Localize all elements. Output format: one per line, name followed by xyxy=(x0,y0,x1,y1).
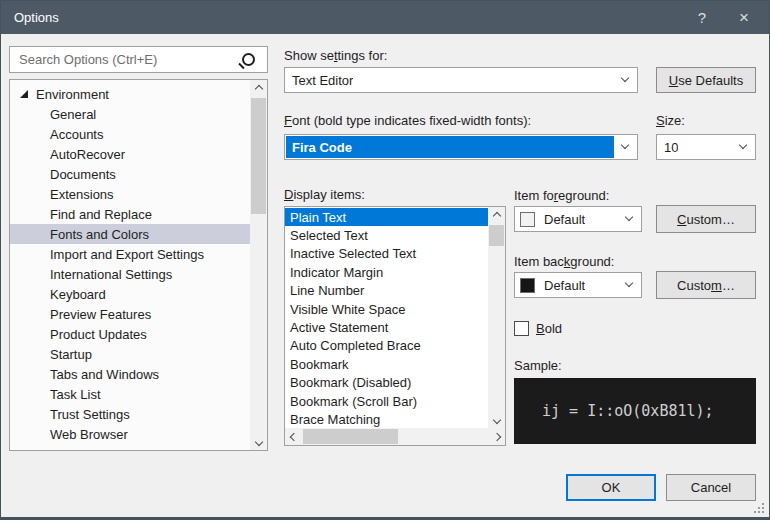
tree-item-label: Task List xyxy=(50,387,101,402)
scroll-up-button[interactable] xyxy=(488,207,505,224)
scroll-up-button[interactable] xyxy=(250,80,267,97)
tree-item-environment[interactable]: Environment xyxy=(10,84,250,104)
list-horizontal-scrollbar[interactable] xyxy=(285,428,505,445)
tree-item-keyboard[interactable]: Keyboard xyxy=(10,284,250,304)
tree-item-fonts-and-colors[interactable]: Fonts and Colors xyxy=(10,224,250,244)
display-item-active-statement[interactable]: Active Statement xyxy=(285,318,488,336)
tree-item-label: Preview Features xyxy=(50,307,151,322)
bold-checkbox-row: Bold xyxy=(514,321,562,336)
chevron-down-icon xyxy=(621,74,629,82)
tree-item-label: Import and Export Settings xyxy=(50,247,204,262)
tree-item-preview-features[interactable]: Preview Features xyxy=(10,304,250,324)
tree-item-documents[interactable]: Documents xyxy=(10,164,250,184)
list-vertical-scrollbar[interactable] xyxy=(488,207,505,428)
tree-item-product-updates[interactable]: Product Updates xyxy=(10,324,250,344)
chevron-down-icon xyxy=(621,141,629,149)
chevron-down-icon xyxy=(625,213,633,221)
tree-vertical-scrollbar[interactable] xyxy=(250,80,267,450)
chevron-down-icon xyxy=(739,141,747,149)
search-icon xyxy=(242,53,255,66)
item-foreground-value: Default xyxy=(544,212,585,227)
close-icon: × xyxy=(739,8,749,28)
tree-item-tabs-and-windows[interactable]: Tabs and Windows xyxy=(10,364,250,384)
tree-item-label: Extensions xyxy=(50,187,114,202)
scroll-right-button[interactable] xyxy=(488,428,505,445)
show-settings-for-combo[interactable]: Text Editor xyxy=(284,67,638,93)
scroll-down-button[interactable] xyxy=(250,433,267,450)
search-input[interactable] xyxy=(17,51,242,68)
display-item-indicator-margin[interactable]: Indicator Margin xyxy=(285,263,488,281)
tree-item-projects-and-solutions[interactable]: Projects and Solutions xyxy=(10,444,250,451)
display-item-inactive-selected-text[interactable]: Inactive Selected Text xyxy=(285,245,488,263)
custom-background-button[interactable]: Custom… xyxy=(656,271,756,299)
font-combo[interactable]: Fira Code xyxy=(284,134,638,160)
background-color-swatch xyxy=(520,278,535,293)
tree-item-international-settings[interactable]: International Settings xyxy=(10,264,250,284)
scrollbar-thumb[interactable] xyxy=(489,225,504,246)
tree-item-label: Trust Settings xyxy=(50,407,130,422)
font-size-value: 10 xyxy=(664,140,678,155)
chevron-right-icon xyxy=(492,432,500,440)
title-bar: Options ? × xyxy=(1,1,769,34)
item-foreground-label: Item foreground: xyxy=(514,188,609,203)
display-item-bookmark[interactable]: Bookmark xyxy=(285,355,488,373)
display-item-plain-text[interactable]: Plain Text xyxy=(285,208,488,226)
tree-item-label: Accounts xyxy=(50,127,103,142)
tree-item-task-list[interactable]: Task List xyxy=(10,384,250,404)
window-title: Options xyxy=(14,10,59,25)
use-defaults-label: Use Defaults xyxy=(669,73,743,88)
item-background-label: Item background: xyxy=(514,254,614,269)
font-value: Fira Code xyxy=(286,136,614,158)
tree-item-label: International Settings xyxy=(50,267,172,282)
tree-item-find-and-replace[interactable]: Find and Replace xyxy=(10,204,250,224)
scroll-left-button[interactable] xyxy=(285,428,302,445)
tree-item-label: General xyxy=(50,107,96,122)
custom-foreground-button[interactable]: Custom… xyxy=(656,205,756,233)
display-item-bookmark-disabled[interactable]: Bookmark (Disabled) xyxy=(285,374,488,392)
scrollbar-thumb[interactable] xyxy=(303,429,398,444)
options-dialog: Options ? × EnvironmentGeneralAccountsAu… xyxy=(0,0,770,520)
display-item-visible-white-space[interactable]: Visible White Space xyxy=(285,300,488,318)
display-item-auto-completed-brace[interactable]: Auto Completed Brace xyxy=(285,337,488,355)
sample-preview: ij = I::oO(0xB81l); xyxy=(514,378,756,444)
custom-background-label: Custom… xyxy=(677,278,735,293)
item-background-combo[interactable]: Default xyxy=(514,272,642,298)
search-box xyxy=(9,46,268,73)
display-items-label: Display items: xyxy=(284,187,365,202)
display-item-brace-matching[interactable]: Brace Matching xyxy=(285,410,488,428)
chevron-down-icon xyxy=(625,279,633,287)
tree-item-trust-settings[interactable]: Trust Settings xyxy=(10,404,250,424)
scrollbar-thumb[interactable] xyxy=(251,98,266,214)
close-button[interactable]: × xyxy=(723,1,765,34)
tree-item-label: Documents xyxy=(50,167,116,182)
resize-grip-icon[interactable] xyxy=(762,511,764,513)
display-item-line-number[interactable]: Line Number xyxy=(285,282,488,300)
display-item-bookmark-scroll-bar[interactable]: Bookmark (Scroll Bar) xyxy=(285,392,488,410)
item-background-value: Default xyxy=(544,278,585,293)
display-items-list: Plain TextSelected TextInactive Selected… xyxy=(284,206,506,446)
expander-expanded-icon[interactable] xyxy=(20,87,36,101)
triangle-glyph xyxy=(20,450,26,451)
tree-item-general[interactable]: General xyxy=(10,104,250,124)
expander-collapsed-icon[interactable] xyxy=(20,447,36,451)
use-defaults-button[interactable]: Use Defaults xyxy=(656,67,756,93)
scroll-down-button[interactable] xyxy=(488,411,505,428)
ok-button[interactable]: OK xyxy=(566,474,656,501)
tree-item-accounts[interactable]: Accounts xyxy=(10,124,250,144)
tree-item-import-and-export-settings[interactable]: Import and Export Settings xyxy=(10,244,250,264)
bold-checkbox[interactable] xyxy=(514,321,529,336)
tree-item-label: Product Updates xyxy=(50,327,147,342)
tree-item-web-browser[interactable]: Web Browser xyxy=(10,424,250,444)
font-size-combo[interactable]: 10 xyxy=(656,134,756,160)
tree-item-label: Startup xyxy=(50,347,92,362)
tree-item-autorecover[interactable]: AutoRecover xyxy=(10,144,250,164)
cancel-button[interactable]: Cancel xyxy=(666,474,756,501)
display-item-selected-text[interactable]: Selected Text xyxy=(285,226,488,244)
help-button[interactable]: ? xyxy=(681,1,723,34)
size-label: Size: xyxy=(656,113,685,128)
tree-item-startup[interactable]: Startup xyxy=(10,344,250,364)
tree-item-extensions[interactable]: Extensions xyxy=(10,184,250,204)
triangle-glyph xyxy=(20,90,28,98)
item-foreground-combo[interactable]: Default xyxy=(514,206,642,232)
options-tree: EnvironmentGeneralAccountsAutoRecoverDoc… xyxy=(9,79,268,451)
